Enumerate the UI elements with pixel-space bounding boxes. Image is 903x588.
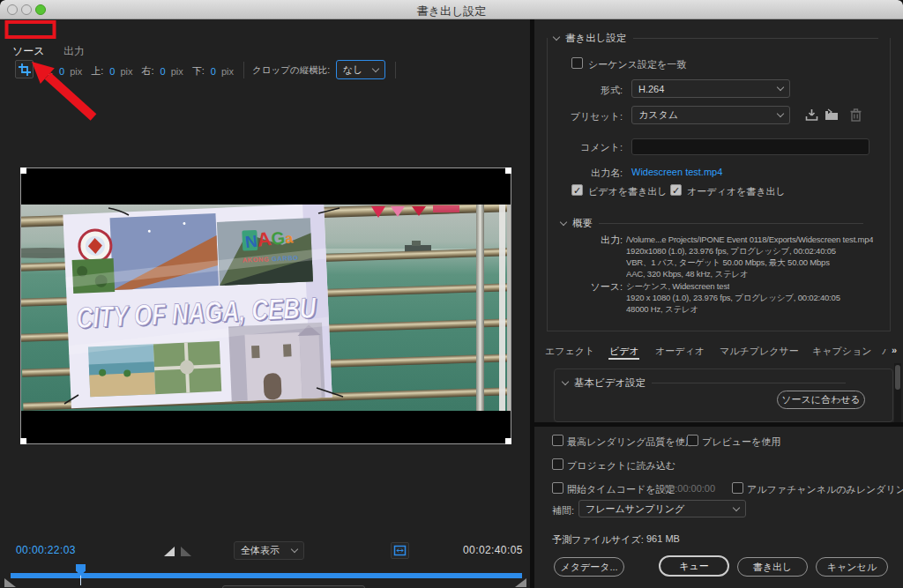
tabs-overflow-icon[interactable]: » [892,345,897,355]
section-rule [599,223,863,224]
summary-output-line: 1920x1080 (1.0), 23.976 fps, プログレッシブ, 00… [626,246,836,257]
section-rule [652,383,846,383]
alpha-only-label: アルファチャンネルのみレンダリング [747,483,903,496]
tab-effects[interactable]: エフェクト [545,345,594,358]
save-preset-button[interactable] [803,107,819,123]
crop-right-unit: pix [171,66,183,77]
chevron-down-icon [560,219,567,226]
panel-divider [530,19,534,588]
section-title: 書き出し設定 [565,32,627,45]
tab-video[interactable]: ビデオ [609,345,639,358]
crop-aspect-label: クロップの縦横比: [252,64,330,77]
metadata-button[interactable]: メタデータ... [554,557,624,577]
interpolation-dropdown[interactable]: フレームサンプリング [578,500,746,517]
export-button[interactable]: 書き出し [737,557,808,577]
tab-multiplexer[interactable]: マルチプレクサー [720,345,799,358]
summary-section-header[interactable]: 概要 [561,217,863,230]
export-audio-label: オーディオを書き出し [687,185,786,198]
export-settings-section-header[interactable]: 書き出し設定 [554,32,878,45]
section-rule [633,38,878,39]
range-start-handle[interactable] [4,578,16,587]
format-label: 形式: [556,84,623,97]
chevron-down-icon [733,503,740,510]
export-video-checkbox[interactable] [571,184,583,196]
use-previews-label: プレビューを使用 [702,435,780,449]
current-timecode[interactable]: 00:00:22:03 [16,544,76,556]
preset-dropdown[interactable]: カスタム [631,106,790,124]
interpolation-value: フレームサンプリング [586,502,684,516]
preview-canvas[interactable]: NAGa AKONGGARBO CITY OF NAGA, CEBU CITY … [20,167,511,444]
tab-captions[interactable]: キャプション [812,345,872,358]
crop-tool-button[interactable] [15,60,34,78]
queue-button[interactable]: キュー [659,555,729,577]
cancel-button[interactable]: キャンセル [816,557,888,577]
export-audio-checkbox[interactable] [670,184,682,196]
chevron-down-icon [777,110,784,117]
match-source-button[interactable]: ソースに合わせる [777,391,865,409]
tab-audio[interactable]: オーディオ [655,345,705,358]
match-sequence-checkbox[interactable] [571,57,583,69]
tab-output[interactable]: 出力 [63,44,85,59]
source-preview-panel: ソース 出力 左: 0 pix 上: 0 pix 右: 0 pix 下: 0 p… [0,19,530,588]
crop-bottom-label: 下: [192,64,205,78]
format-dropdown[interactable]: H.264 [631,79,790,98]
zoom-level-dropdown[interactable]: 全体表示 [234,541,304,560]
output-name-link[interactable]: Widescreen test.mp4 [631,167,722,177]
summary-output-line: VBR、1 パス, ターゲット 50.00 Mbps, 最大 50.00 Mbp… [626,257,830,269]
crop-bottom-value[interactable]: 0 [211,66,216,77]
estimated-size-value: 961 MB [646,533,680,544]
fit-toggle-button[interactable] [391,542,409,559]
output-name-label: 出力名: [556,167,623,180]
basic-video-settings-header[interactable]: 基本ビデオ設定 [563,376,846,390]
crop-handle-topright[interactable] [505,167,511,174]
toolbar-separator [243,62,244,78]
crop-handle-bottomright[interactable] [505,438,511,444]
basic-video-settings-title: 基本ビデオ設定 [574,376,646,390]
crop-handle-bottomleft[interactable] [20,438,26,444]
tab-source[interactable]: ソース [12,44,45,59]
crop-handle-topleft[interactable] [20,167,26,174]
bottom-section-divider [534,422,903,427]
scrollbar-thumb[interactable] [895,365,900,390]
import-project-label: プロジェクトに読み込む [567,459,675,473]
crop-top-value[interactable]: 0 [109,66,115,77]
fit-icon [393,545,407,556]
export-video-label: ビデオを書き出し [588,185,668,198]
chevron-down-icon [291,546,298,553]
start-timecode-value: 00:00:00:00 [664,483,715,494]
crop-aspect-value: なし [343,63,363,77]
preset-label: プリセット: [556,110,623,123]
summary-output-line: /Volume...e Projects/IPONE Event 0118/Ex… [626,234,873,244]
use-previews-checkbox[interactable] [687,435,698,446]
tab-publish-truncated[interactable]: パ [882,345,888,358]
toolbar-separator2 [395,62,396,78]
summary-source-line: 48000 Hz, ステレオ [626,304,698,316]
import-project-checkbox[interactable] [552,458,563,470]
preset-value: カスタム [638,108,678,122]
set-out-button[interactable] [181,547,191,556]
chevron-down-icon [553,33,560,41]
timeline-scrubber[interactable] [11,573,522,578]
duration-timecode: 00:02:40:05 [463,544,523,556]
save-preset-icon [805,108,818,122]
alpha-only-checkbox[interactable] [732,482,743,494]
max-quality-label: 最高レンダリング品質を使用 [567,435,695,449]
crop-right-value[interactable]: 0 [160,66,166,77]
window-title: 書き出し設定 [0,4,903,19]
crop-top-label: 上: [91,64,103,78]
range-end-handle[interactable] [515,578,526,587]
summary-output-line: AAC, 320 Kbps, 48 kHz, ステレオ [626,269,749,280]
import-preset-button[interactable] [824,107,840,123]
crop-bottom-unit: pix [221,66,234,77]
interpolation-label: 補間: [552,504,574,517]
set-in-button[interactable] [164,547,175,556]
crop-left-value[interactable]: 0 [59,66,64,77]
delete-preset-button[interactable] [847,107,863,123]
comment-input[interactable] [631,138,869,155]
crop-right-label: 右: [142,64,154,78]
crop-top-unit: pix [120,66,132,77]
start-timecode-checkbox[interactable] [552,482,563,494]
chevron-down-icon [777,84,784,91]
max-quality-checkbox[interactable] [552,435,563,446]
crop-aspect-dropdown[interactable]: なし [336,60,385,79]
